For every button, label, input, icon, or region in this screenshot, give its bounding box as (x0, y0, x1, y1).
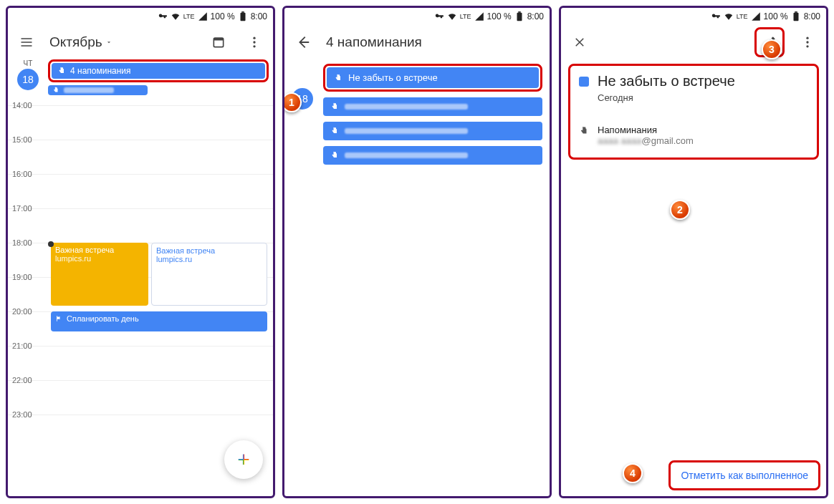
event-plan-day[interactable]: Спланировать день (51, 311, 267, 331)
today-button[interactable] (206, 29, 231, 55)
network-label: LTE (460, 13, 471, 20)
reminders-summary-chip-highlight: 4 напоминания (48, 59, 269, 82)
close-button[interactable] (567, 29, 593, 55)
wifi-icon (724, 11, 734, 21)
overflow-menu-button[interactable] (795, 29, 820, 55)
svg-point-5 (253, 41, 255, 43)
event-white[interactable]: Важная встреча lumpics.ru (151, 243, 267, 306)
signal-icon (474, 11, 484, 21)
clock-label: 8:00 (251, 11, 267, 21)
hour-label: 19:00 (12, 273, 32, 281)
reminder-item-1[interactable]: Не забыть о встрече (327, 67, 539, 88)
clock-label: 8:00 (804, 11, 820, 21)
callout-1: 1 (282, 92, 302, 112)
hour-line (8, 140, 273, 140)
fab-add-button[interactable]: + (224, 440, 263, 479)
app-bar: Октябрь (8, 25, 273, 59)
network-label: LTE (737, 13, 748, 20)
wifi-icon (171, 11, 181, 21)
hour-line (8, 380, 273, 381)
hour-line (8, 105, 273, 106)
reminder-chip-blurred[interactable] (48, 85, 148, 95)
svg-rect-9 (793, 13, 798, 21)
hour-label: 14:00 (12, 101, 32, 110)
all-day-row: ЧТ 18 4 напоминания (8, 59, 273, 98)
back-button[interactable] (290, 29, 316, 55)
wifi-icon (447, 11, 457, 21)
callout-4: 4 (623, 463, 643, 483)
hour-label: 15:00 (12, 135, 32, 144)
hand-icon (52, 87, 59, 94)
key-icon (434, 11, 444, 21)
svg-point-4 (253, 37, 255, 39)
hour-label: 20:00 (12, 307, 32, 316)
battery-percent: 100 % (211, 11, 235, 21)
svg-rect-7 (517, 13, 522, 21)
network-label: LTE (183, 13, 195, 20)
signal-icon (751, 11, 761, 21)
reminder-account: aaaa aaaa@gmail.com (598, 135, 694, 146)
mark-done-button[interactable]: Отметить как выполненное (671, 462, 818, 488)
hand-icon (334, 74, 342, 82)
key-icon (711, 11, 721, 21)
reminder-title: Не забыть о встрече (598, 73, 808, 89)
hand-icon (330, 151, 339, 160)
battery-icon (791, 11, 801, 21)
svg-point-11 (806, 37, 808, 39)
hour-label: 18:00 (12, 238, 32, 247)
menu-button[interactable] (14, 29, 39, 55)
status-bar: LTE 100 % 8:00 (284, 8, 550, 25)
svg-point-13 (806, 45, 808, 47)
svg-rect-8 (518, 11, 521, 13)
battery-icon (514, 11, 524, 21)
hour-line (8, 208, 273, 209)
hour-line (8, 174, 273, 175)
battery-percent: 100 % (764, 11, 788, 21)
battery-percent: 100 % (487, 11, 512, 21)
page-title: 4 напоминания (326, 34, 544, 50)
callout-3: 3 (762, 39, 782, 59)
hour-label: 23:00 (12, 410, 32, 419)
reminder-when: Сегодня (598, 92, 808, 103)
hour-label: 17:00 (12, 204, 32, 213)
color-dot (579, 77, 589, 87)
event-yellow[interactable]: Важная встреча lumpics.ru (51, 243, 148, 306)
key-icon (158, 11, 168, 21)
hour-label: 21:00 (12, 341, 32, 350)
overflow-menu-button[interactable] (241, 29, 267, 55)
signal-icon (198, 11, 208, 21)
mark-done-highlight: Отметить как выполненное (668, 460, 820, 490)
hand-icon (330, 102, 339, 111)
status-bar: LTE 100 % 8:00 (561, 8, 826, 25)
hand-icon (579, 125, 589, 137)
app-bar: 4 напоминания (284, 25, 550, 59)
battery-icon (238, 11, 248, 21)
hour-label: 22:00 (12, 376, 32, 384)
plus-icon: + (237, 447, 250, 472)
svg-point-6 (253, 45, 255, 47)
time-grid[interactable]: 14:0015:0016:0017:0018:0019:0020:0021:00… (8, 98, 273, 496)
reminder-section-label: Напоминания (598, 125, 694, 135)
svg-rect-1 (241, 11, 244, 13)
phone-screen-1: LTE 100 % 8:00 Октябрь ЧТ 18 (6, 6, 275, 498)
reminder-item-highlight: Не забыть о встрече (323, 64, 542, 92)
chevron-down-icon (105, 39, 112, 46)
month-dropdown[interactable]: Октябрь (49, 34, 196, 50)
reminders-list-area: 18 Не забыть о встрече (284, 59, 550, 175)
callout-2: 2 (670, 200, 690, 220)
day-short-label: ЧТ (12, 59, 44, 67)
reminder-item-4[interactable] (323, 146, 542, 165)
phone-screen-3: 3 2 4 LTE 100 % 8:00 Не забыть о встрече (559, 6, 828, 498)
reminder-item-3[interactable] (323, 122, 542, 140)
reminder-item-2[interactable] (323, 97, 542, 116)
hour-label: 16:00 (12, 170, 32, 178)
reminders-summary-chip[interactable]: 4 напоминания (52, 63, 265, 79)
svg-rect-3 (214, 38, 223, 40)
clock-label: 8:00 (527, 11, 544, 21)
hand-icon (330, 127, 339, 135)
phone-screen-2: 1 LTE 100 % 8:00 4 напоминания 18 Не заб… (282, 6, 552, 498)
flag-icon (55, 315, 62, 322)
day-number-badge: 18 (17, 69, 39, 90)
status-bar: LTE 100 % 8:00 (8, 8, 273, 25)
svg-point-12 (806, 41, 808, 43)
